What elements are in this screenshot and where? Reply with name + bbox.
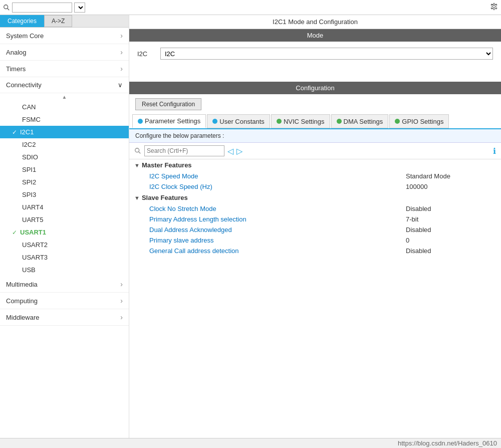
i2c-mode-select[interactable]: I2C Disabled <box>160 48 493 60</box>
submenu-item-label: UART4 <box>22 203 43 211</box>
submenu-item-uart4[interactable]: UART4 <box>0 201 129 213</box>
chevron-right-icon: › <box>120 65 123 73</box>
submenu-item-usart2[interactable]: USART2 <box>0 239 129 251</box>
submenu-item-spi3[interactable]: SPI3 <box>0 188 129 201</box>
tab-dot-green <box>395 119 400 124</box>
submenu-item-can[interactable]: CAN <box>0 101 129 113</box>
submenu-item-uart5[interactable]: UART5 <box>0 213 129 226</box>
next-arrow[interactable]: ▷ <box>236 146 242 156</box>
sidebar-item-middleware[interactable]: Middleware › <box>0 309 129 326</box>
submenu-item-usart1[interactable]: ✓ USART1 <box>0 226 129 239</box>
right-content: I2C1 Mode and Configuration Mode I2C I2C… <box>129 15 501 438</box>
param-name: Clock No Stretch Mode <box>149 205 406 212</box>
submenu-item-usart3[interactable]: USART3 <box>0 251 129 264</box>
sidebar-item-timers[interactable]: Timers › <box>0 61 129 77</box>
search-icon-wrap <box>3 3 85 13</box>
table-row: General Call address detection Disabled <box>129 246 501 256</box>
submenu-item-i2c2[interactable]: I2C2 <box>0 138 129 151</box>
tab-label: Parameter Settings <box>145 117 200 125</box>
table-row: I2C Speed Mode Standard Mode <box>129 171 501 181</box>
submenu-item-spi1[interactable]: SPI1 <box>0 163 129 176</box>
tab-label: NVIC Settings <box>284 118 325 125</box>
info-icon[interactable]: ℹ <box>493 146 496 156</box>
sidebar-item-label: System Core <box>6 32 44 40</box>
sidebar-item-label: Middleware <box>6 314 39 321</box>
mode-section: Mode I2C I2C Disabled <box>129 29 501 82</box>
sidebar-item-label: Timers <box>6 65 26 73</box>
submenu-item-label: SPI2 <box>22 178 36 186</box>
param-search-bar: ◁ ▷ ℹ <box>129 143 501 159</box>
param-value: 100000 <box>406 183 496 190</box>
mode-row: I2C I2C Disabled <box>137 48 493 60</box>
page-title: I2C1 Mode and Configuration <box>129 15 501 29</box>
sidebar-item-connectivity[interactable]: Connectivity ∨ <box>0 77 129 93</box>
submenu-item-label: USART1 <box>20 229 46 236</box>
submenu-item-label: SPI1 <box>22 166 36 173</box>
tab-dot-green <box>337 119 342 124</box>
i2c-label: I2C <box>137 50 155 58</box>
search-input[interactable] <box>12 3 72 13</box>
tab-parameter-settings[interactable]: Parameter Settings <box>132 114 206 128</box>
sidebar-item-analog[interactable]: Analog › <box>0 44 129 61</box>
group-label: Slave Features <box>142 194 188 201</box>
tab-categories[interactable]: Categories <box>0 15 44 27</box>
param-name: Dual Address Acknowledged <box>149 226 406 234</box>
sidebar-item-label: Connectivity <box>6 81 42 89</box>
scroll-up-arrow[interactable]: ▲ <box>0 93 129 101</box>
param-value: 7-bit <box>406 215 496 223</box>
table-row: Dual Address Acknowledged Disabled <box>129 225 501 235</box>
submenu-item-label: SPI3 <box>22 191 36 198</box>
sidebar-item-system-core[interactable]: System Core › <box>0 28 129 44</box>
submenu-item-fsmc[interactable]: FSMC <box>0 113 129 126</box>
tab-atoz[interactable]: A->Z <box>44 15 72 27</box>
gear-icon <box>490 3 498 11</box>
tab-dot-blue <box>138 119 143 124</box>
check-icon: ✓ <box>12 129 17 136</box>
submenu-item-label: CAN <box>22 103 36 111</box>
tab-dma-settings[interactable]: DMA Settings <box>331 114 389 128</box>
submenu-item-spi2[interactable]: SPI2 <box>0 176 129 188</box>
submenu-item-i2c1[interactable]: ✓ I2C1 <box>0 126 129 138</box>
group-master-features[interactable]: ▼ Master Features <box>129 159 501 171</box>
prev-arrow[interactable]: ◁ <box>227 146 233 156</box>
tab-user-constants[interactable]: User Constants <box>207 114 270 128</box>
submenu-item-sdio[interactable]: SDIO <box>0 151 129 163</box>
submenu-item-label: USB <box>22 266 36 274</box>
submenu-item-usb[interactable]: USB <box>0 264 129 276</box>
sidebar-item-label: Analog <box>6 49 26 56</box>
sidebar-tab-bar: Categories A->Z <box>0 15 129 28</box>
sidebar-item-computing[interactable]: Computing › <box>0 293 129 309</box>
chevron-right-icon: › <box>120 48 123 56</box>
param-value: Disabled <box>406 226 496 234</box>
param-name: Primary slave address <box>149 237 406 244</box>
mode-content: I2C I2C Disabled <box>129 42 501 82</box>
submenu-item-label: SDIO <box>22 153 38 161</box>
tab-dot-blue <box>212 119 217 124</box>
reset-config-wrap: Reset Configuration <box>129 94 501 114</box>
param-search-input[interactable] <box>144 145 224 156</box>
search-icon <box>3 4 10 11</box>
tab-nvic-settings[interactable]: NVIC Settings <box>271 114 330 128</box>
connectivity-submenu: CAN FSMC ✓ I2C1 I2C2 SDIO SPI1 <box>0 101 129 276</box>
param-value: Disabled <box>406 247 496 255</box>
submenu-item-label: USART2 <box>22 241 48 249</box>
chevron-right-icon: › <box>120 313 123 321</box>
sidebar-item-multimedia[interactable]: Multimedia › <box>0 276 129 293</box>
sidebar: Categories A->Z System Core › Analog › T… <box>0 15 129 438</box>
svg-point-0 <box>4 5 8 9</box>
chevron-down-icon: ∨ <box>118 81 123 89</box>
param-table: ▼ Master Features I2C Speed Mode Standar… <box>129 159 501 438</box>
search-icon <box>134 147 141 154</box>
submenu-item-label: I2C1 <box>20 128 34 136</box>
group-slave-features[interactable]: ▼ Slave Features <box>129 192 501 203</box>
param-name: I2C Clock Speed (Hz) <box>149 183 406 190</box>
config-tabs: Parameter Settings User Constants NVIC S… <box>129 114 501 129</box>
submenu-item-label: UART5 <box>22 216 43 223</box>
tab-label: DMA Settings <box>344 118 383 125</box>
chevron-right-icon: › <box>120 280 123 288</box>
reset-config-button[interactable]: Reset Configuration <box>135 98 201 110</box>
param-name: General Call address detection <box>149 247 406 255</box>
search-dropdown[interactable] <box>74 3 85 13</box>
tab-gpio-settings[interactable]: GPIO Settings <box>389 114 449 128</box>
gear-button[interactable] <box>490 3 498 12</box>
